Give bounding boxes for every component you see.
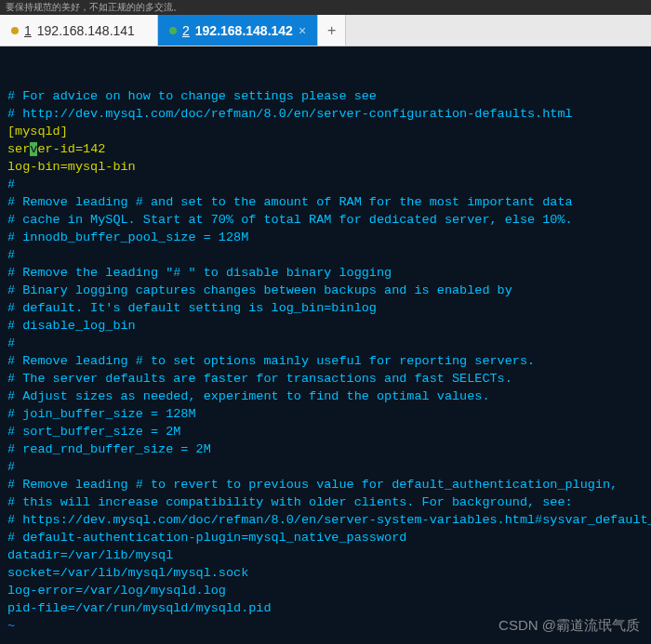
terminal-line: # Adjust sizes as needed, experiment to … <box>7 388 644 405</box>
terminal-line: # Remove leading # and set to the amount… <box>7 193 644 211</box>
terminal-line: # <box>7 246 644 264</box>
terminal-line: # Remove leading # to set options mainly… <box>7 352 644 370</box>
window-titlebar: 要保持规范的美好，不如正规的的多交流。 <box>0 0 651 15</box>
tab-bar: 1 192.168.148.141 2 192.168.148.142 × + <box>0 15 651 46</box>
terminal-line: # disable_log_bin <box>7 317 644 335</box>
terminal-line: log-bin=mysql-bin <box>7 158 644 176</box>
terminal-line: socket=/var/lib/mysql/mysql.sock <box>7 564 644 582</box>
terminal-line: datadir=/var/lib/mysql <box>7 546 644 564</box>
terminal-viewport[interactable]: # For advice on how to change settings p… <box>0 46 651 644</box>
terminal-line: # Remove the leading "# " to disable bin… <box>7 264 644 282</box>
terminal-line: # <box>7 176 644 193</box>
terminal-line: # https://dev.mysql.com/doc/refman/8.0/e… <box>7 511 644 529</box>
terminal-line: log-error=/var/log/mysqld.log <box>7 582 644 599</box>
terminal-line: # innodb_buffer_pool_size = 128M <box>7 229 644 246</box>
terminal-line: # join_buffer_size = 128M <box>7 405 644 423</box>
tab-label: 192.168.148.142 <box>195 23 293 38</box>
close-icon[interactable]: × <box>299 23 306 38</box>
terminal-line: # http://dev.mysql.com/doc/refman/8.0/en… <box>7 105 644 123</box>
tab-number: 2 <box>182 23 190 38</box>
status-dot-icon <box>11 27 19 34</box>
watermark: CSDN @霸道流氓气质 <box>498 617 640 635</box>
terminal-content: # For advice on how to change settings p… <box>7 87 644 635</box>
tab-1[interactable]: 1 192.168.148.141 <box>0 15 158 46</box>
add-tab-button[interactable]: + <box>318 15 346 46</box>
terminal-line: # cache in MySQL. Start at 70% of total … <box>7 211 644 229</box>
tab-label: 192.168.148.141 <box>37 23 135 38</box>
terminal-line: # Binary logging captures changes betwee… <box>7 282 644 299</box>
tab-2[interactable]: 2 192.168.148.142 × <box>158 15 318 46</box>
terminal-line: # Remove leading # to revert to previous… <box>7 476 644 493</box>
plus-icon: + <box>327 22 336 39</box>
terminal-line: # <box>7 458 644 476</box>
tab-number: 1 <box>24 23 32 38</box>
terminal-line: # <box>7 335 644 352</box>
terminal-line: # default. It's default setting is log_b… <box>7 299 644 317</box>
terminal-line: # sort_buffer_size = 2M <box>7 423 644 440</box>
terminal-line: # read_rnd_buffer_size = 2M <box>7 440 644 458</box>
terminal-line: [mysqld] <box>7 123 644 140</box>
terminal-line: # default-authentication-plugin=mysql_na… <box>7 529 644 546</box>
terminal-line: # For advice on how to change settings p… <box>7 87 644 105</box>
status-dot-icon <box>169 27 177 34</box>
terminal-line: pid-file=/var/run/mysqld/mysqld.pid <box>7 599 644 617</box>
terminal-line: # The server defaults are faster for tra… <box>7 370 644 388</box>
terminal-line: server-id=142 <box>7 140 644 158</box>
terminal-line: # this will increase compatibility with … <box>7 493 644 511</box>
titlebar-text: 要保持规范的美好，不如正规的的多交流。 <box>6 1 182 14</box>
